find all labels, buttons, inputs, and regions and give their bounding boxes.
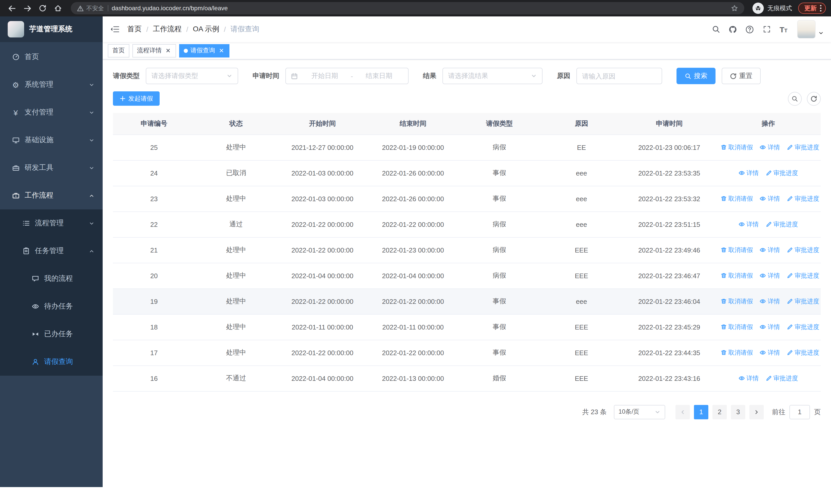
github-icon[interactable]	[724, 17, 741, 42]
close-tab-icon[interactable]	[164, 47, 171, 54]
tab-home[interactable]: 首页	[108, 44, 130, 57]
col-reason: 原因	[541, 113, 623, 135]
sidebar-toggle-icon[interactable]	[103, 17, 127, 42]
cell-type: 事假	[458, 289, 541, 314]
progress-link[interactable]: 审批进度	[787, 297, 819, 306]
sidebar-item-task-management[interactable]: 任务管理	[0, 237, 103, 265]
cell-id: 24	[113, 160, 195, 186]
cancel-leave-link[interactable]: 取消请假	[721, 297, 753, 306]
progress-label: 审批进度	[795, 245, 819, 254]
incognito-badge: 无痕模式	[752, 3, 792, 14]
goto-page-input[interactable]	[790, 405, 810, 419]
page-button-2[interactable]: 2	[712, 405, 727, 419]
result-select[interactable]: 请选择流结果	[442, 68, 543, 84]
sidebar-item-system[interactable]: ⚙ 系统管理	[0, 71, 103, 98]
cancel-leave-label: 取消请假	[728, 348, 753, 357]
help-icon[interactable]	[741, 17, 758, 42]
detail-link[interactable]: 详情	[760, 245, 780, 254]
forward-button[interactable]	[21, 2, 34, 15]
cell-status: 处理中	[195, 289, 277, 314]
progress-link[interactable]: 审批进度	[766, 220, 798, 229]
breadcrumb-workflow[interactable]: 工作流程	[153, 25, 182, 34]
reason-input[interactable]	[577, 68, 662, 84]
breadcrumb-home[interactable]: 首页	[127, 25, 142, 34]
detail-link[interactable]: 详情	[739, 374, 758, 383]
detail-link[interactable]: 详情	[760, 323, 780, 331]
detail-link[interactable]: 详情	[760, 297, 780, 306]
leave-type-select[interactable]: 请选择请假类型	[146, 68, 238, 84]
tab-process-detail[interactable]: 流程详情	[133, 44, 176, 57]
progress-link[interactable]: 审批进度	[787, 271, 819, 280]
progress-link[interactable]: 审批进度	[766, 374, 798, 383]
progress-link[interactable]: 审批进度	[766, 169, 798, 177]
close-tab-icon[interactable]	[218, 47, 225, 54]
progress-link[interactable]: 审批进度	[787, 348, 819, 357]
detail-link[interactable]: 详情	[739, 169, 758, 177]
avatar[interactable]	[797, 20, 815, 38]
bowtie-icon	[31, 330, 39, 338]
app-logo[interactable]: 芋道管理系统	[0, 17, 103, 42]
toggle-search-button[interactable]	[788, 92, 802, 106]
detail-label: 详情	[746, 220, 758, 229]
cancel-leave-link[interactable]: 取消请假	[721, 348, 753, 357]
progress-link[interactable]: 审批进度	[787, 245, 819, 254]
bookmark-star-icon[interactable]	[731, 5, 738, 12]
reset-button[interactable]: 重置	[722, 68, 761, 84]
page-size-select[interactable]: 10条/页	[614, 405, 665, 419]
sidebar-item-payment[interactable]: ¥ 支付管理	[0, 98, 103, 126]
page-button-1[interactable]: 1	[694, 405, 708, 419]
cell-status: 不通过	[195, 365, 277, 391]
sidebar-item-workflow[interactable]: 工作流程	[0, 182, 103, 209]
search-button[interactable]: 搜索	[677, 68, 716, 84]
table-row: 21 处理中 2022-01-22 00:00:00 2022-01-23 00…	[113, 237, 821, 263]
sidebar-item-devtools[interactable]: 研发工具	[0, 154, 103, 182]
update-button[interactable]: 更新	[798, 3, 826, 14]
cancel-leave-link[interactable]: 取消请假	[721, 323, 753, 331]
cancel-leave-link[interactable]: 取消请假	[721, 194, 753, 203]
user-menu[interactable]	[797, 20, 824, 38]
cell-end: 2022-01-26 00:00:00	[368, 160, 458, 186]
detail-link[interactable]: 详情	[760, 194, 780, 203]
back-button[interactable]	[5, 2, 19, 15]
url-text: dashboard.yudao.iocoder.cn/bpm/oa/leave	[112, 5, 228, 12]
create-leave-button[interactable]: 发起请假	[113, 91, 160, 106]
apply-time-range-picker[interactable]: 开始日期 - 结束日期	[285, 68, 408, 84]
sidebar-item-infrastructure[interactable]: 基础设施	[0, 126, 103, 154]
detail-link[interactable]: 详情	[739, 220, 758, 229]
filter-apply-time: 申请时间 开始日期 - 结束日期	[253, 68, 408, 84]
prev-page-button[interactable]	[676, 405, 690, 419]
cancel-leave-label: 取消请假	[728, 323, 753, 331]
cancel-leave-link[interactable]: 取消请假	[721, 143, 753, 152]
refresh-table-button[interactable]	[807, 92, 821, 106]
address-bar[interactable]: 不安全 dashboard.yudao.iocoder.cn/bpm/oa/le…	[71, 2, 744, 14]
sidebar-item-todo-tasks[interactable]: 待办任务	[0, 293, 103, 320]
breadcrumb-oa-example[interactable]: OA 示例	[193, 25, 220, 34]
cancel-leave-link[interactable]: 取消请假	[721, 245, 753, 254]
sidebar-item-process-management[interactable]: 流程管理	[0, 209, 103, 237]
font-size-icon[interactable]: TT	[775, 17, 792, 42]
page-button-3[interactable]: 3	[731, 405, 745, 419]
home-button[interactable]	[51, 2, 65, 15]
detail-link[interactable]: 详情	[760, 143, 780, 152]
progress-link[interactable]: 审批进度	[787, 194, 819, 203]
chevron-down-icon	[89, 137, 94, 143]
sidebar-item-home[interactable]: 首页	[0, 43, 103, 71]
menu-kebab-icon[interactable]	[820, 5, 822, 12]
sidebar-item-my-processes[interactable]: 我的流程	[0, 265, 103, 293]
table-header-row: 申请编号 状态 开始时间 结束时间 请假类型 原因 申请时间 操作	[113, 113, 821, 135]
filter-form: 请假类型 请选择请假类型 申请时间 开始日期	[113, 68, 821, 84]
fullscreen-icon[interactable]	[758, 17, 775, 42]
detail-link[interactable]: 详情	[760, 348, 780, 357]
sidebar-item-done-tasks[interactable]: 已办任务	[0, 320, 103, 348]
next-page-button[interactable]	[749, 405, 764, 419]
cancel-leave-link[interactable]: 取消请假	[721, 271, 753, 280]
cell-start: 2022-01-03 00:00:00	[277, 186, 368, 211]
sidebar-item-leave-query[interactable]: 请假查询	[0, 348, 103, 376]
cell-reason: EE	[541, 135, 623, 160]
progress-link[interactable]: 审批进度	[787, 143, 819, 152]
detail-link[interactable]: 详情	[760, 271, 780, 280]
search-icon[interactable]	[707, 17, 724, 42]
progress-link[interactable]: 审批进度	[787, 323, 819, 331]
tab-leave-query[interactable]: 请假查询	[179, 44, 229, 57]
reload-button[interactable]	[36, 2, 49, 15]
